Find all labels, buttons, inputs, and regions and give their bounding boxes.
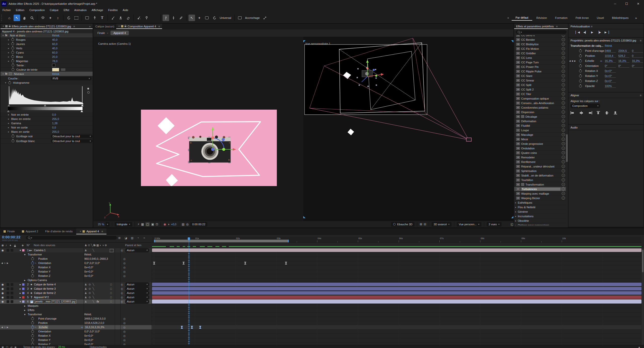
maximize-button[interactable]: ☐: [621, 0, 632, 8]
preset-item[interactable]: 32Turbulencesi: [514, 187, 566, 191]
zoom-level[interactable]: 25 %: [98, 223, 104, 226]
param-row[interactable]: ▸Bleus20,0: [1, 55, 93, 59]
menu-calque[interactable]: Calque: [47, 9, 61, 12]
timeline-track[interactable]: [152, 321, 641, 325]
presets-search-input[interactable]: ▾: [516, 30, 566, 34]
menu-aide[interactable]: Aide: [120, 9, 131, 12]
timeline-track[interactable]: [152, 317, 641, 321]
solo-toggle[interactable]: [11, 287, 13, 290]
puppet-pin-tool[interactable]: [143, 15, 150, 21]
visibility-toggle[interactable]: ◉: [2, 295, 4, 299]
property-row[interactable]: Rotation X0x+0,0°◎: [0, 334, 152, 338]
tint-color-row[interactable]: Couleur de teinte: [1, 67, 93, 72]
property-label[interactable]: Position: [38, 321, 48, 325]
pick-whip-icon[interactable]: ◎: [123, 270, 126, 274]
audio-toggle[interactable]: [7, 296, 9, 299]
layer-duration-bar[interactable]: [152, 300, 641, 303]
audio-toggle[interactable]: [7, 287, 9, 290]
property-row[interactable]: Orientation0,0°,0,0°,0,0°◎: [0, 329, 152, 334]
property-value[interactable]: 960,0,540,0,-2660,3: [84, 257, 108, 261]
toggle-switches-icon[interactable]: ◫: [6, 346, 8, 348]
stopwatch-icon[interactable]: [11, 60, 14, 62]
property-row[interactable]: ◀◇▶∿Orientation0,0°,0,0°,0,0°◎: [0, 261, 152, 266]
preset-item[interactable]: 16Maculagei: [514, 133, 566, 137]
property-row[interactable]: Rotation Y0x+0,0°◎: [0, 270, 152, 274]
anchor-switch-icon[interactable]: ♟: [85, 248, 87, 252]
preset-item[interactable]: 16Sphérisationi: [514, 169, 566, 173]
param-value[interactable]: 20,0: [52, 55, 57, 58]
reset-link[interactable]: Réinit.: [52, 72, 60, 75]
keyframe-icon[interactable]: [285, 262, 287, 265]
preset-item[interactable]: 32Transformationi: [514, 182, 566, 187]
current-time-field[interactable]: 0:00:00:22: [2, 235, 20, 239]
property-value[interactable]: 0°: [632, 64, 643, 68]
menu-fenêtre[interactable]: Fenêtre: [106, 9, 120, 12]
expander-icon[interactable]: ▾: [3, 73, 4, 75]
group-expander[interactable]: ▸: [24, 308, 25, 312]
param-row[interactable]: ▸Magentas78,0: [1, 59, 93, 63]
info-icon[interactable]: i: [562, 101, 565, 105]
gamma-marker[interactable]: [44, 104, 46, 106]
clip-white-dropdown[interactable]: Désactivé pour la coul▾: [51, 139, 93, 143]
menu-edition[interactable]: Edition: [13, 9, 27, 12]
keyframe-icon[interactable]: [153, 262, 155, 265]
info-icon[interactable]: i: [562, 65, 565, 68]
property-row[interactable]: Rotation X0x+0,0°◎: [0, 265, 152, 270]
view-layout-dropdown[interactable]: 2 vues▾: [487, 222, 502, 227]
menu-composition[interactable]: Composition: [27, 9, 47, 12]
property-label[interactable]: Position: [38, 257, 48, 261]
info-icon[interactable]: i: [562, 160, 565, 163]
stopwatch-icon[interactable]: [31, 257, 34, 260]
play-button[interactable]: ▶: [591, 31, 593, 34]
next-keyframe-icon[interactable]: ▶: [574, 60, 576, 62]
info-icon[interactable]: i: [562, 47, 565, 50]
property-value[interactable]: 0x+0,0°: [84, 338, 93, 342]
parent-dropdown[interactable]: Aucun▾: [125, 248, 149, 252]
align-top-button[interactable]: [596, 111, 601, 114]
preset-category[interactable]: ▸Incrustations: [514, 214, 566, 219]
layer-duration-bar[interactable]: [152, 287, 641, 290]
workspace-par-défaut[interactable]: Par défaut: [512, 15, 533, 21]
timeline-track[interactable]: [152, 308, 641, 313]
info-icon[interactable]: i: [562, 196, 565, 200]
keyframe-icon[interactable]: [181, 326, 183, 329]
info-icon[interactable]: i: [562, 83, 565, 86]
panel-menu-icon[interactable]: ≡: [591, 25, 592, 28]
eraser-tool[interactable]: [125, 15, 131, 21]
parent-dropdown[interactable]: Aucun▾: [125, 287, 149, 291]
panel-menu-icon[interactable]: ≡: [73, 25, 75, 28]
stopwatch-icon[interactable]: [579, 80, 582, 82]
cube-3d-switch[interactable]: □: [110, 299, 112, 304]
stopwatch-icon[interactable]: [11, 42, 14, 45]
text-tool[interactable]: T: [99, 15, 105, 21]
property-label[interactable]: Rotation Y: [38, 338, 51, 342]
stopwatch-icon[interactable]: [31, 326, 34, 329]
solo-toggle[interactable]: [11, 292, 13, 294]
property-row[interactable]: Rotation Z0x+0,0°◎: [0, 342, 152, 345]
layer-row[interactable]: ◉▾6pexels-...ews-271121-1203803.jpg♟╲fx□…: [0, 299, 152, 304]
info-icon[interactable]: i: [562, 124, 565, 127]
timeline-track[interactable]: [152, 304, 641, 308]
extended-viewer-icon[interactable]: ⊟: [424, 223, 426, 226]
preset-item[interactable]: 32Conserv...ails-Améliorationi: [514, 101, 566, 105]
preset-item[interactable]: 16CC Benderi: [514, 37, 566, 42]
layer-name[interactable]: Calque de forme 3: [34, 287, 56, 291]
preset-item[interactable]: 16Warping avec maillagei: [514, 191, 566, 196]
anchor-switch-icon[interactable]: ♟: [85, 291, 87, 295]
property-value[interactable]: 0x+0,0°: [84, 342, 93, 345]
property-label[interactable]: Point d'ancrage: [585, 49, 604, 52]
property-row[interactable]: Orientation0°0°0°: [569, 63, 643, 68]
stopwatch-icon[interactable]: [579, 85, 582, 88]
resolution-dropdown[interactable]: Intégrale▾: [115, 222, 132, 227]
property-row[interactable]: Point d'ancrage34692304,50: [569, 48, 643, 53]
property-row[interactable]: Rotation Y0x+0°: [569, 73, 643, 78]
reset-link[interactable]: Réinit.: [52, 34, 60, 37]
output-white-marker[interactable]: [81, 110, 83, 112]
last-frame-button[interactable]: ▶▕: [604, 31, 609, 34]
home-tool[interactable]: ⌂: [6, 15, 13, 21]
property-row[interactable]: ◀◆▶Echelle∞16,3%16,3%16,3%: [569, 58, 643, 63]
pick-whip-icon[interactable]: ◎: [123, 274, 126, 278]
shy-footer-icon[interactable]: ◉: [14, 346, 17, 348]
crop-icon[interactable]: ⊡: [156, 223, 158, 226]
close-tab-icon[interactable]: ×: [3, 25, 4, 28]
